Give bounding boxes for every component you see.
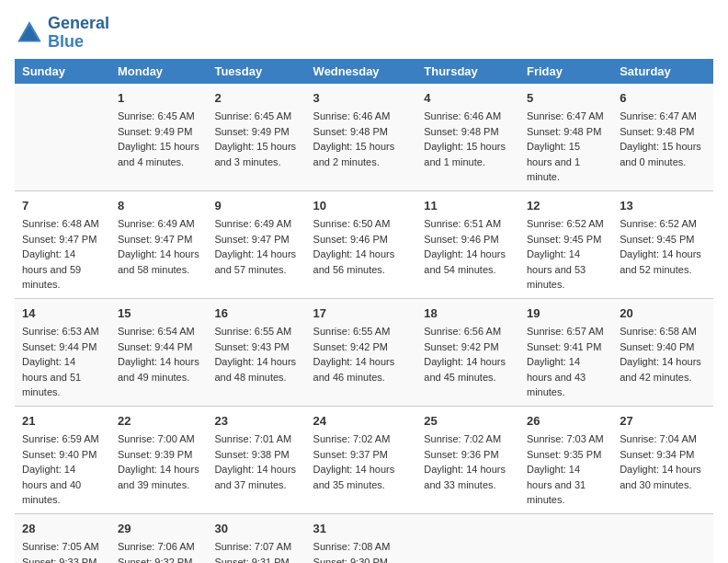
day-number: 22 [118, 412, 199, 431]
sunrise: Sunrise: 6:48 AM [22, 218, 99, 229]
day-cell: 10Sunrise: 6:50 AMSunset: 9:46 PMDayligh… [306, 190, 417, 298]
sunset: Sunset: 9:31 PM [214, 557, 289, 563]
sunset: Sunset: 9:40 PM [620, 341, 694, 352]
day-number: 1 [118, 89, 199, 108]
daylight: Daylight: 14 hours and 33 minutes. [424, 464, 506, 490]
day-cell [519, 513, 612, 563]
day-cell: 9Sunrise: 6:49 AMSunset: 9:47 PMDaylight… [207, 190, 305, 298]
sunrise: Sunrise: 6:51 AM [424, 218, 501, 229]
sunset: Sunset: 9:39 PM [118, 449, 192, 460]
daylight: Daylight: 14 hours and 30 minutes. [620, 464, 701, 490]
sunrise: Sunrise: 6:49 AM [118, 218, 195, 229]
day-cell: 20Sunrise: 6:58 AMSunset: 9:40 PMDayligh… [612, 298, 713, 406]
daylight: Daylight: 14 hours and 42 minutes. [620, 356, 701, 383]
sunrise: Sunrise: 6:55 AM [214, 326, 291, 337]
sunrise: Sunrise: 6:56 AM [424, 326, 501, 337]
week-row-4: 21Sunrise: 6:59 AMSunset: 9:40 PMDayligh… [15, 406, 713, 513]
day-cell: 14Sunrise: 6:53 AMSunset: 9:44 PMDayligh… [15, 298, 110, 406]
daylight: Daylight: 14 hours and 37 minutes. [214, 464, 296, 490]
day-cell: 2Sunrise: 6:45 AMSunset: 9:49 PMDaylight… [207, 84, 305, 191]
daylight: Daylight: 15 hours and 4 minutes. [118, 141, 199, 167]
sunset: Sunset: 9:32 PM [118, 557, 192, 563]
day-cell [15, 84, 110, 191]
day-cell [612, 513, 713, 563]
daylight: Daylight: 15 hours and 0 minutes. [620, 141, 701, 167]
sunset: Sunset: 9:44 PM [118, 341, 192, 352]
day-number: 3 [313, 89, 410, 108]
sunrise: Sunrise: 6:58 AM [620, 326, 697, 337]
sunset: Sunset: 9:45 PM [620, 234, 694, 245]
day-number: 9 [214, 197, 298, 215]
day-number: 6 [620, 89, 706, 108]
day-cell: 26Sunrise: 7:03 AMSunset: 9:35 PMDayligh… [519, 406, 612, 513]
sunset: Sunset: 9:33 PM [22, 557, 97, 563]
sunrise: Sunrise: 7:04 AM [620, 433, 697, 444]
day-number: 18 [424, 304, 512, 323]
day-cell: 1Sunrise: 6:45 AMSunset: 9:49 PMDaylight… [110, 84, 207, 191]
sunrise: Sunrise: 6:46 AM [313, 110, 391, 121]
day-number: 7 [22, 197, 103, 215]
header-row: SundayMondayTuesdayWednesdayThursdayFrid… [15, 59, 713, 84]
page-header: General Blue [15, 15, 713, 52]
daylight: Daylight: 15 hours and 1 minute. [424, 141, 506, 167]
sunrise: Sunrise: 6:57 AM [527, 326, 604, 337]
day-cell: 5Sunrise: 6:47 AMSunset: 9:48 PMDaylight… [519, 84, 612, 191]
daylight: Daylight: 15 hours and 2 minutes. [313, 141, 395, 167]
daylight: Daylight: 14 hours and 54 minutes. [424, 248, 506, 275]
daylight: Daylight: 14 hours and 48 minutes. [214, 356, 296, 383]
day-number: 20 [620, 304, 706, 323]
day-cell: 11Sunrise: 6:51 AMSunset: 9:46 PMDayligh… [416, 190, 519, 298]
day-number: 19 [527, 304, 605, 323]
sunrise: Sunrise: 6:49 AM [214, 218, 291, 229]
day-cell: 16Sunrise: 6:55 AMSunset: 9:43 PMDayligh… [207, 298, 305, 406]
sunset: Sunset: 9:47 PM [214, 234, 289, 245]
sunrise: Sunrise: 7:06 AM [118, 541, 195, 552]
day-cell: 25Sunrise: 7:02 AMSunset: 9:36 PMDayligh… [416, 406, 519, 513]
sunset: Sunset: 9:30 PM [313, 557, 388, 563]
day-number: 4 [424, 89, 512, 108]
sunset: Sunset: 9:37 PM [313, 449, 388, 460]
sunrise: Sunrise: 7:02 AM [424, 433, 501, 444]
sunrise: Sunrise: 6:45 AM [118, 110, 195, 121]
calendar-table: SundayMondayTuesdayWednesdayThursdayFrid… [15, 59, 713, 563]
sunset: Sunset: 9:40 PM [22, 449, 97, 460]
sunset: Sunset: 9:48 PM [527, 126, 601, 137]
day-number: 5 [527, 89, 605, 108]
sunrise: Sunrise: 6:46 AM [424, 110, 501, 121]
daylight: Daylight: 14 hours and 59 minutes. [22, 248, 81, 290]
col-header-friday: Friday [519, 59, 612, 84]
sunset: Sunset: 9:46 PM [313, 234, 388, 245]
daylight: Daylight: 14 hours and 51 minutes. [22, 356, 81, 397]
day-number: 13 [620, 197, 706, 215]
day-number: 31 [313, 520, 410, 538]
day-number: 12 [527, 197, 605, 215]
day-cell: 30Sunrise: 7:07 AMSunset: 9:31 PMDayligh… [207, 513, 305, 563]
sunset: Sunset: 9:42 PM [313, 341, 388, 352]
col-header-monday: Monday [110, 59, 207, 84]
sunrise: Sunrise: 7:08 AM [313, 541, 391, 552]
sunrise: Sunrise: 6:54 AM [118, 326, 195, 337]
col-header-tuesday: Tuesday [207, 59, 305, 84]
day-cell: 29Sunrise: 7:06 AMSunset: 9:32 PMDayligh… [110, 513, 207, 563]
day-number: 14 [22, 304, 103, 323]
day-cell: 4Sunrise: 6:46 AMSunset: 9:48 PMDaylight… [416, 84, 519, 191]
sunset: Sunset: 9:43 PM [214, 341, 289, 352]
day-cell: 28Sunrise: 7:05 AMSunset: 9:33 PMDayligh… [15, 513, 110, 563]
daylight: Daylight: 14 hours and 53 minutes. [527, 248, 586, 290]
day-cell: 18Sunrise: 6:56 AMSunset: 9:42 PMDayligh… [416, 298, 519, 406]
day-number: 29 [118, 520, 199, 538]
day-cell: 15Sunrise: 6:54 AMSunset: 9:44 PMDayligh… [110, 298, 207, 406]
day-cell: 17Sunrise: 6:55 AMSunset: 9:42 PMDayligh… [306, 298, 417, 406]
day-cell: 8Sunrise: 6:49 AMSunset: 9:47 PMDaylight… [110, 190, 207, 298]
day-cell [416, 513, 519, 563]
sunset: Sunset: 9:47 PM [118, 234, 192, 245]
day-number: 11 [424, 197, 512, 215]
day-cell: 22Sunrise: 7:00 AMSunset: 9:39 PMDayligh… [110, 406, 207, 513]
day-number: 16 [214, 304, 298, 323]
sunset: Sunset: 9:47 PM [22, 234, 97, 245]
day-number: 2 [214, 89, 298, 108]
sunrise: Sunrise: 6:52 AM [527, 218, 604, 229]
daylight: Daylight: 14 hours and 46 minutes. [313, 356, 395, 383]
daylight: Daylight: 14 hours and 45 minutes. [424, 356, 506, 383]
daylight: Daylight: 14 hours and 49 minutes. [118, 356, 199, 383]
